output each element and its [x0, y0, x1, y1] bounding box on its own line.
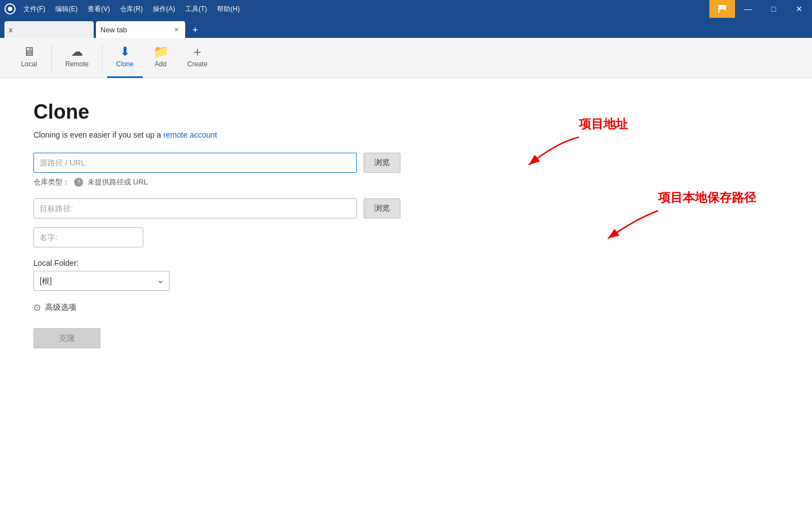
tab-newtab-label: New tab [100, 26, 127, 34]
page-title: Clone [33, 100, 535, 124]
no-url-text: 未提供路径或 URL [88, 177, 148, 187]
local-folder-label: Local Folder: [33, 259, 535, 267]
clone-icon: ⬇ [120, 46, 130, 58]
local-icon: 🖥 [23, 46, 35, 58]
toolbar-remote[interactable]: ☁ Remote [56, 38, 98, 78]
minimize-button[interactable]: — [735, 0, 761, 18]
local-folder-select[interactable]: [根] [33, 271, 170, 291]
svg-marker-2 [718, 5, 726, 11]
repo-type-row: 仓库类型： ? 未提供路径或 URL [33, 177, 535, 187]
annotation-project-addr-label: 项目地址 [579, 117, 628, 131]
toolbar-add[interactable]: 📁 Add [143, 38, 178, 78]
dest-path-row: 浏览 [33, 198, 535, 218]
menu-tools[interactable]: 工具(T) [181, 3, 211, 15]
remote-account-link[interactable]: remote account [163, 130, 218, 139]
annotation-local-path: 项目本地保存路径 [658, 189, 756, 206]
tab-x[interactable]: x [4, 21, 94, 38]
remote-icon: ☁ [71, 46, 83, 58]
toolbar: 🖥 Local ☁ Remote ⬇ Clone 📁 Add ＋ Create [0, 38, 812, 78]
menu-file[interactable]: 文件(F) [19, 3, 50, 15]
repo-type-label: 仓库类型： [33, 177, 70, 187]
toolbar-divider-1 [51, 45, 52, 71]
dest-path-input[interactable] [33, 198, 357, 218]
tab-newtab[interactable]: New tab ✕ [96, 21, 185, 38]
tab-add-button[interactable]: + [187, 22, 203, 38]
toolbar-local[interactable]: 🖥 Local [11, 38, 47, 78]
tab-close-icon[interactable]: ✕ [172, 25, 181, 34]
info-icon[interactable]: ? [74, 178, 83, 187]
toolbar-divider-2 [102, 45, 103, 71]
advanced-chevron-icon: ⊙ [33, 302, 41, 313]
annotation-local-path-label: 项目本地保存路径 [658, 191, 756, 205]
browse-button-2[interactable]: 浏览 [364, 198, 400, 218]
toolbar-clone-label: Clone [116, 60, 133, 68]
toolbar-clone[interactable]: ⬇ Clone [107, 38, 143, 78]
main-content: Clone Cloning is even easier if you set … [0, 78, 812, 511]
svg-rect-3 [718, 11, 719, 13]
maximize-button[interactable]: □ [761, 0, 786, 18]
toolbar-remote-label: Remote [65, 60, 89, 68]
title-bar-left: 文件(F) 编辑(E) 查看(V) 仓库(R) 操作(A) 工具(T) 帮助(H… [4, 3, 244, 15]
add-icon: 📁 [153, 46, 168, 58]
annotation-project-addr: 项目地址 [579, 116, 628, 133]
toolbar-local-label: Local [21, 60, 37, 68]
create-icon: ＋ [191, 46, 204, 58]
clone-subtitle: Cloning is even easier if you set up a r… [33, 130, 535, 139]
clone-button[interactable]: 克隆 [33, 328, 100, 348]
toolbar-create[interactable]: ＋ Create [178, 38, 216, 78]
app-logo [4, 3, 16, 14]
toolbar-create-label: Create [187, 60, 207, 68]
menu-view[interactable]: 查看(V) [83, 3, 114, 15]
name-input[interactable] [33, 227, 143, 247]
title-bar-controls: — □ ✕ [709, 0, 812, 18]
source-url-row: 浏览 [33, 153, 535, 173]
svg-point-1 [8, 7, 12, 11]
title-bar: 文件(F) 编辑(E) 查看(V) 仓库(R) 操作(A) 工具(T) 帮助(H… [0, 0, 812, 18]
folder-select-wrapper: [根] [33, 271, 170, 291]
flag-button[interactable] [709, 0, 735, 18]
menu-action[interactable]: 操作(A) [148, 3, 180, 15]
browse-button-1[interactable]: 浏览 [364, 153, 400, 173]
tab-x-label: x [9, 26, 13, 34]
advanced-options-row[interactable]: ⊙ 高级选项 [33, 302, 535, 313]
source-url-input[interactable] [33, 153, 357, 173]
advanced-label: 高级选项 [45, 303, 76, 313]
menu-bar: 文件(F) 编辑(E) 查看(V) 仓库(R) 操作(A) 工具(T) 帮助(H… [19, 3, 244, 15]
menu-help[interactable]: 帮助(H) [212, 3, 244, 15]
close-button[interactable]: ✕ [786, 0, 812, 18]
menu-edit[interactable]: 编辑(E) [51, 3, 82, 15]
menu-repo[interactable]: 仓库(R) [115, 3, 147, 15]
toolbar-add-label: Add [154, 60, 166, 68]
tab-bar: x New tab ✕ + [0, 18, 812, 38]
local-folder-section: Local Folder: [根] [33, 259, 535, 291]
name-row [33, 227, 535, 247]
